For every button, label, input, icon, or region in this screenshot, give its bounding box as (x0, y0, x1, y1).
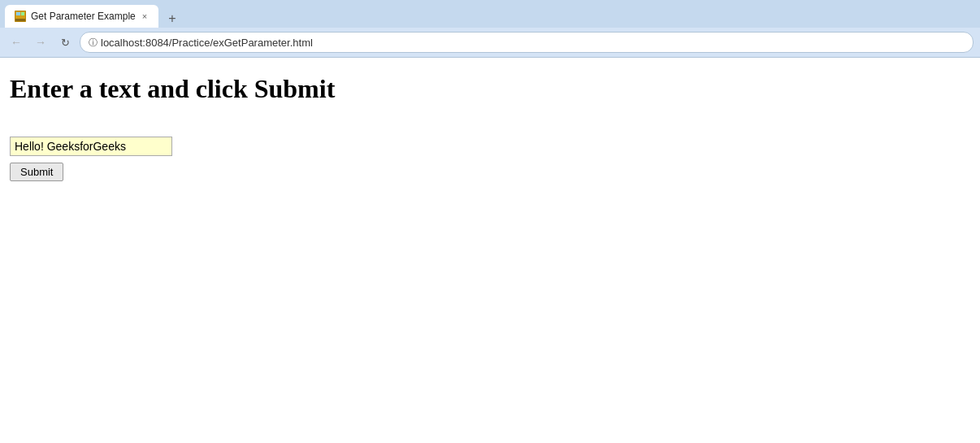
browser-chrome: Get Parameter Example × + ← → ↻ ⓘ localh… (0, 0, 980, 58)
address-box[interactable]: ⓘ localhost:8084/Practice/exGetParameter… (80, 32, 973, 53)
reload-button[interactable]: ↻ (55, 33, 75, 52)
svg-rect-4 (21, 12, 24, 15)
tab-favicon (15, 11, 26, 22)
page-heading: Enter a text and click Submit (10, 74, 970, 104)
form-area: Submit (10, 137, 970, 181)
tab-close-button[interactable]: × (141, 11, 149, 21)
tab-title: Get Parameter Example (31, 11, 136, 22)
text-input[interactable] (10, 137, 172, 156)
tab-bar: Get Parameter Example × + (0, 0, 980, 28)
address-lock-icon: ⓘ (89, 37, 98, 49)
new-tab-button[interactable]: + (162, 10, 182, 28)
address-bar-row: ← → ↻ ⓘ localhost:8084/Practice/exGetPar… (0, 28, 980, 57)
svg-rect-3 (16, 12, 20, 15)
browser-tab[interactable]: Get Parameter Example × (5, 5, 158, 28)
address-url: localhost:8084/Practice/exGetParameter.h… (101, 37, 313, 49)
svg-rect-2 (15, 19, 25, 21)
page-content: Enter a text and click Submit Submit (0, 58, 980, 198)
submit-button[interactable]: Submit (10, 163, 63, 181)
back-button[interactable]: ← (7, 33, 26, 52)
forward-button[interactable]: → (31, 33, 50, 52)
